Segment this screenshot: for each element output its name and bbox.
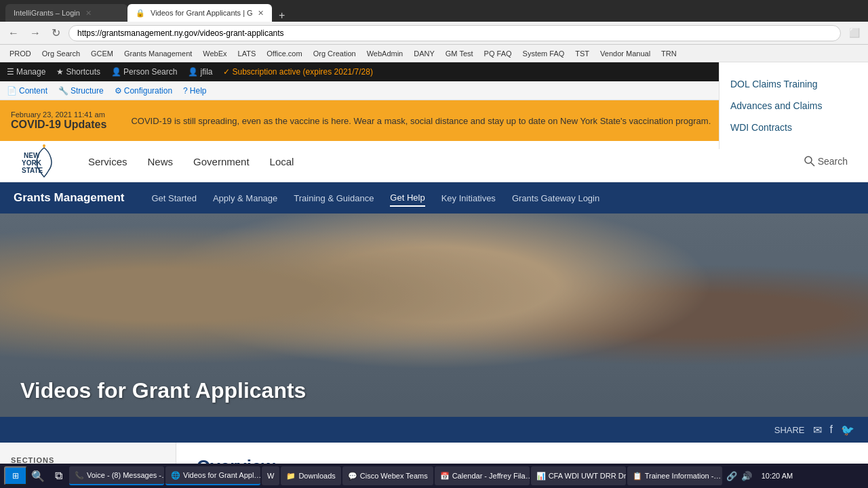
bookmark-prod[interactable]: PROD — [5, 48, 35, 59]
hero-title: Videos for Grant Applicants — [0, 365, 326, 417]
grants-nav-apply[interactable]: Apply & Manage — [213, 190, 277, 206]
taskbar-app-voice[interactable]: 📞 Voice - (8) Messages -… — [69, 466, 164, 485]
extensions-button[interactable]: ⬜ — [846, 26, 863, 39]
hero-section: Videos for Grant Applicants — [0, 214, 868, 417]
calendar-app-label: Calendar - Jeffrey Fila… — [452, 472, 530, 480]
svg-text:YORK: YORK — [22, 159, 42, 167]
twitter-share-icon[interactable]: 🐦 — [841, 424, 854, 436]
ny-logo[interactable]: NEW YORK STATE — [20, 144, 61, 178]
bookmark-dany[interactable]: DANY — [410, 48, 439, 59]
admin-configuration-link[interactable]: ⚙ Configuration — [115, 86, 172, 96]
right-panel: DOL Claims Training Advances and Claims … — [719, 62, 868, 149]
bookmark-vendor[interactable]: Vendor Manual — [596, 48, 654, 59]
nav-news[interactable]: News — [148, 156, 174, 167]
ny-state-logo-svg: NEW YORK STATE — [20, 144, 61, 178]
taskbar: ⊞ 🔍 ⧉ 📞 Voice - (8) Messages -… 🌐 Videos… — [0, 464, 868, 488]
taskbar-app-word[interactable]: W — [262, 466, 279, 485]
bookmark-trn[interactable]: TRN — [657, 48, 681, 59]
back-button[interactable]: ← — [5, 26, 22, 41]
grants-nav-training[interactable]: Training & Guidance — [294, 190, 374, 206]
tab-title-active: Videos for Grant Applicants | Gr… — [151, 9, 252, 17]
search-label: Search — [818, 156, 848, 167]
forward-button[interactable]: → — [27, 26, 43, 41]
bookmark-gcem[interactable]: GCEM — [87, 48, 117, 59]
bookmark-webex[interactable]: WebEx — [199, 48, 231, 59]
admin-user[interactable]: 👤 jfila — [188, 67, 212, 77]
nav-services[interactable]: Services — [88, 156, 127, 167]
ny-main-nav: Services News Government Local — [88, 156, 804, 167]
webex-app-label: Cisco Webex Teams — [360, 472, 428, 480]
calendar-app-icon: 📅 — [440, 472, 450, 481]
admin-person-search[interactable]: 👤 Person Search — [111, 67, 177, 77]
word-app-icon: W — [267, 472, 274, 480]
search-button[interactable]: Search — [804, 156, 848, 167]
tab-favicon: 🔒 — [136, 9, 145, 18]
downloads-app-icon: 📁 — [286, 472, 296, 481]
bookmark-orgsearch[interactable]: Org Search — [38, 48, 84, 59]
grants-nav-get-started[interactable]: Get Started — [151, 190, 196, 206]
tab-close-active-icon[interactable]: ✕ — [258, 9, 264, 18]
taskbar-app-cfa[interactable]: 📊 CFA WDI UWT DRR Dr… — [531, 466, 626, 485]
voice-app-label: Voice - (8) Messages -… — [87, 471, 164, 479]
grants-title[interactable]: Grants Management — [14, 191, 124, 205]
new-tab-button[interactable]: + — [275, 9, 289, 22]
bookmark-bar: PROD Org Search GCEM Grants Management W… — [0, 45, 868, 62]
admin-structure-link[interactable]: 🔧 Structure — [58, 86, 104, 96]
bookmark-orgcreation[interactable]: Org Creation — [309, 48, 360, 59]
svg-line-6 — [811, 163, 814, 166]
taskbar-search-icon[interactable]: 🔍 — [28, 466, 47, 485]
reload-button[interactable]: ↻ — [49, 25, 63, 41]
bookmark-gmtest[interactable]: GM Test — [441, 48, 477, 59]
covid-text: COVID-19 is still spreading, even as the… — [117, 116, 771, 126]
nav-local[interactable]: Local — [270, 156, 294, 167]
bookmark-systemfaq[interactable]: System FAQ — [519, 48, 569, 59]
bookmark-grants[interactable]: Grants Management — [120, 48, 196, 59]
tab-bar: IntelliGrants – Login ✕ 🔒 Videos for Gra… — [0, 0, 868, 22]
taskbar-app-webex[interactable]: 💬 Cisco Webex Teams — [342, 466, 433, 485]
taskbar-task-view-icon[interactable]: ⧉ — [49, 466, 68, 485]
admin-shortcuts[interactable]: ★ Shortcuts — [56, 67, 100, 77]
webex-app-icon: 💬 — [348, 472, 357, 481]
admin-manage[interactable]: ☰ Manage — [7, 67, 45, 77]
bookmark-pqfaq[interactable]: PQ FAQ — [480, 48, 516, 59]
taskbar-app-downloads[interactable]: 📁 Downloads — [281, 466, 340, 485]
downloads-app-label: Downloads — [298, 472, 335, 480]
bookmark-webadmin[interactable]: WebAdmin — [363, 48, 408, 59]
svg-point-4 — [43, 144, 45, 147]
tab-grants[interactable]: 🔒 Videos for Grant Applicants | Gr… ✕ — [127, 4, 272, 22]
svg-point-5 — [805, 157, 812, 163]
taskbar-app-videos[interactable]: 🌐 Videos for Grant Appl… — [165, 466, 260, 485]
grants-nav-key-initiatives[interactable]: Key Initiatives — [441, 190, 496, 206]
right-panel-dol-claims[interactable]: DOL Claims Training — [730, 73, 857, 95]
taskbar-app-calendar[interactable]: 📅 Calendar - Jeffrey Fila… — [435, 466, 530, 485]
tab-intellgrants[interactable]: IntelliGrants – Login ✕ — [5, 4, 127, 22]
bookmark-office[interactable]: Office.com — [262, 48, 306, 59]
nav-government[interactable]: Government — [193, 156, 250, 167]
taskbar-app-trainee[interactable]: 📋 Trainee Information -… — [627, 466, 722, 485]
taskbar-time: 10:20 AM — [756, 472, 798, 480]
bookmark-tst[interactable]: TST — [571, 48, 593, 59]
tab-close-icon[interactable]: ✕ — [85, 9, 92, 18]
admin-subscription: ✓ Subscription active (expires 2021/7/28… — [223, 67, 372, 77]
trainee-app-label: Trainee Information -… — [645, 472, 722, 480]
admin-content-link[interactable]: 📄 Content — [7, 86, 47, 96]
covid-date: February 23, 2021 11:41 am — [11, 110, 106, 119]
browser-app-icon: 🌐 — [171, 471, 180, 480]
tab-title: IntelliGrants – Login — [14, 9, 80, 17]
email-share-icon[interactable]: ✉ — [813, 424, 822, 436]
grants-nav-gateway-login[interactable]: Grants Gateway Login — [512, 190, 599, 206]
right-panel-advances[interactable]: Advances and Claims — [730, 95, 857, 117]
facebook-share-icon[interactable]: f — [830, 424, 833, 436]
taskbar-sys-tray: 🔗 🔊 10:20 AM — [724, 471, 801, 481]
trainee-app-icon: 📋 — [633, 472, 642, 481]
share-bar: SHARE ✉ f 🐦 — [0, 417, 868, 443]
right-panel-wdi[interactable]: WDI Contracts — [730, 117, 857, 138]
grants-nav-get-help[interactable]: Get Help — [390, 190, 425, 207]
address-input[interactable] — [68, 25, 841, 41]
volume-icon: 🔊 — [741, 471, 752, 481]
bookmark-lats[interactable]: LATS — [234, 48, 260, 59]
grants-nav: Grants Management Get Started Apply & Ma… — [0, 182, 868, 214]
admin-help-link[interactable]: ? Help — [183, 86, 206, 96]
covid-info: February 23, 2021 11:41 am COVID-19 Upda… — [11, 110, 106, 131]
start-button[interactable]: ⊞ — [4, 466, 27, 485]
